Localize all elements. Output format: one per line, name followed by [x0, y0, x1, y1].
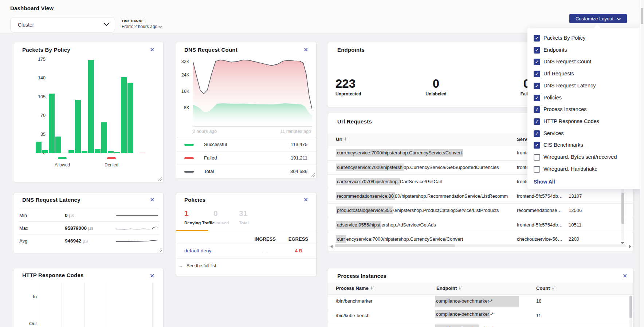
policies-tab-count: 1	[184, 209, 189, 218]
checkbox-checked-icon[interactable]: ✓	[534, 47, 540, 54]
process-name-column-header[interactable]: Process Name	[336, 285, 375, 291]
checkbox-checked-icon[interactable]: ✓	[534, 95, 540, 101]
ingress-column-header[interactable]: INGRESS	[254, 236, 276, 242]
menu-item-wireguard-handshake[interactable]: Wireguard. Handshake	[527, 164, 643, 176]
widget-dns-request-latency: DNS Request Latency ✕ Min0 µsMax95879000…	[14, 193, 164, 254]
allowed-bar	[36, 142, 42, 153]
menu-item-services[interactable]: ✓Services	[527, 128, 643, 140]
menu-item-http-response-codes[interactable]: ✓HTTP Response Codes	[527, 116, 643, 128]
close-icon[interactable]: ✕	[303, 197, 308, 203]
y-tick-label: 32K	[176, 59, 189, 64]
table-row[interactable]: /bin/kube-benchcompliance-benchmarker-*1…	[328, 309, 633, 324]
endpoint-cell: compliance-benchmarker-*	[435, 310, 533, 318]
menu-item-dns-request-count[interactable]: ✓DNS Request Count	[527, 56, 643, 68]
resize-handle[interactable]	[158, 177, 162, 181]
menu-item-policies[interactable]: ✓Policies	[527, 92, 643, 104]
close-icon[interactable]: ✕	[303, 47, 308, 53]
policies-tab-label[interactable]: Denying Traffic	[184, 221, 215, 225]
table-row[interactable]: benchmarkercompliance-benchmarker-*9	[328, 323, 633, 327]
time-range-from[interactable]: From: 2 hours ago	[122, 24, 162, 29]
y-tick-label: 24K	[176, 72, 189, 78]
url-column-header[interactable]: Url	[336, 137, 349, 142]
checkbox-checked-icon[interactable]: ✓	[534, 83, 540, 89]
legend-swatch	[184, 171, 194, 173]
widget-title: DNS Request Count	[184, 47, 237, 53]
menu-item-cis-benchmarks[interactable]: ✓CIS Benchmarks	[527, 139, 643, 151]
checkbox-checked-icon[interactable]: ✓	[534, 106, 540, 113]
scrollbar-thumb[interactable]	[641, 8, 643, 24]
latency-value: 95879000 µs	[65, 225, 93, 231]
legend-allowed[interactable]: Allowed	[50, 154, 75, 168]
tab-border	[176, 231, 316, 231]
scrollbar-thumb[interactable]	[335, 244, 455, 247]
see-full-list-link[interactable]: → See the full list	[178, 263, 216, 268]
policies-tab-count: 31	[239, 209, 247, 218]
menu-item-process-instances[interactable]: ✓Process Instances	[527, 104, 643, 116]
menu-item-label: Services	[543, 130, 564, 136]
url-rest: encyservice:7000/hipstershop.CurrencySer…	[346, 236, 463, 242]
policy-link-default-deny[interactable]: default-deny	[184, 248, 211, 253]
close-icon[interactable]: ✕	[150, 273, 154, 279]
legend-name: Failed	[204, 155, 217, 161]
url-cell: recommendationservice:8080/hipstershop.R…	[336, 192, 508, 200]
close-icon[interactable]: ✕	[150, 197, 154, 203]
scrollbar-thumb[interactable]	[629, 296, 632, 318]
table-row[interactable]: adservice:9555/hipstershop.AdService/Get…	[328, 218, 633, 233]
scroll-left-icon[interactable]	[330, 245, 333, 248]
sort-icon	[457, 285, 463, 291]
process-table-header: Process Name Endpoint Count	[328, 283, 633, 295]
gridline	[39, 283, 39, 327]
menu-item-packets-by-policy[interactable]: ✓Packets By Policy	[527, 32, 643, 44]
allowed-bar	[121, 77, 127, 153]
widget-title: Process Instances	[337, 273, 386, 279]
menu-item-label: Wireguard. Bytes sent/received	[543, 154, 617, 160]
show-all-link[interactable]: Show All	[534, 179, 555, 185]
checkbox-unchecked-icon[interactable]	[534, 154, 540, 161]
legend-denied[interactable]: Denied	[99, 154, 124, 168]
menu-item-url-requests[interactable]: ✓Url Requests	[527, 68, 643, 80]
menu-item-wireguard-bytes-sent-received[interactable]: Wireguard. Bytes sent/received	[527, 151, 643, 164]
menu-item-endpoints[interactable]: ✓Endpoints	[527, 44, 643, 56]
resize-handle[interactable]	[311, 173, 315, 177]
gridline	[62, 283, 62, 327]
checkbox-checked-icon[interactable]: ✓	[534, 35, 540, 42]
scrollbar-thumb[interactable]	[621, 193, 624, 224]
customize-layout-button[interactable]: Customize Layout	[569, 14, 627, 23]
scroll-right-icon[interactable]	[629, 245, 631, 248]
checkbox-checked-icon[interactable]: ✓	[534, 118, 540, 125]
egress-column-header[interactable]: EGRESS	[288, 236, 308, 242]
allowed-bar	[75, 100, 81, 153]
checkbox-checked-icon[interactable]: ✓	[534, 59, 540, 65]
checkbox-unchecked-icon[interactable]	[534, 166, 540, 173]
url-horizontal-scrollbar[interactable]	[335, 244, 626, 247]
divider	[176, 258, 316, 259]
policies-tab-label[interactable]: Total	[239, 221, 249, 225]
checkbox-checked-icon[interactable]: ✓	[534, 130, 540, 137]
checkbox-checked-icon[interactable]: ✓	[534, 71, 540, 77]
latency-unit: µs	[83, 238, 88, 244]
page-scrollbar[interactable]	[640, 0, 644, 327]
endpoint-column-header[interactable]: Endpoint	[436, 285, 463, 291]
count-column-header[interactable]: Count	[536, 285, 556, 291]
menu-item-dns-request-latency[interactable]: ✓DNS Request Latency	[527, 80, 643, 92]
allowed-bar	[49, 94, 55, 153]
resize-handle[interactable]	[158, 249, 162, 252]
close-icon[interactable]: ✕	[150, 47, 154, 53]
widget-title: HTTP Response Codes	[22, 272, 84, 278]
checkbox-checked-icon[interactable]: ✓	[534, 142, 540, 149]
close-icon[interactable]: ✕	[623, 273, 627, 279]
count-cell: 12506	[569, 208, 594, 213]
table-row[interactable]: productcatalogservice:3550/hipstershop.P…	[328, 203, 633, 218]
view-select[interactable]: Cluster	[10, 17, 115, 33]
process-name-cell: /bin/benchmarker	[336, 298, 431, 304]
allowed-bar	[101, 122, 107, 153]
process-vertical-scrollbar[interactable]	[629, 295, 632, 327]
allowed-bar	[82, 151, 87, 153]
legend-name: Total	[204, 169, 214, 174]
count-cell: 18	[536, 298, 562, 304]
table-row[interactable]: /bin/benchmarkercompliance-benchmarker-*…	[328, 294, 633, 309]
customize-layout-menu: ✓Packets By Policy✓Endpoints✓DNS Request…	[527, 28, 643, 189]
policies-tab-label[interactable]: Unused	[213, 221, 229, 225]
denied-bar	[140, 153, 145, 153]
table-row[interactable]: recommendationservice:8080/hipstershop.R…	[328, 189, 633, 204]
